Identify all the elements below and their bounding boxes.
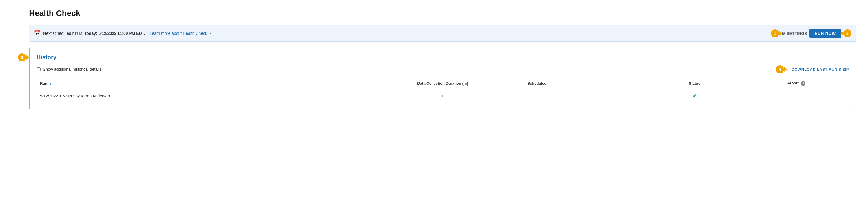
settings-label: SETTINGS [786,31,807,36]
callout-badge-2: 2 [843,29,851,37]
download-button[interactable]: ⇣ DOWNLOAD LAST RUN'S ZIP [786,67,849,71]
external-link-icon: ➚ [208,32,211,36]
calendar-icon: 📅 [34,30,40,36]
history-wrapper: 3 History Show additional historical det… [29,48,857,109]
learn-more-text: Learn more about Health Check [150,31,207,36]
show-details-checkbox-label[interactable]: Show additional historical details [36,67,101,71]
cell-scheduled [524,89,646,103]
info-bar-text: 📅 Next scheduled run is today: 5/12/2022… [34,30,211,36]
cell-run: 5/12/2022 1:57 PM by Karen Anderson [36,89,362,103]
run-now-button[interactable]: RUN NOW [809,29,841,38]
callout-badge-1: 1 [771,29,779,37]
cell-status: ✔ [646,89,743,103]
info-bar-prefix: Next scheduled run is [43,31,82,36]
cell-report [743,89,849,103]
download-label: DOWNLOAD LAST RUN'S ZIP [792,67,849,71]
col-label-report: Report [786,81,799,85]
history-controls: Show additional historical details 4 ⇣ D… [36,65,849,74]
col-header-report: Report ? [743,78,849,89]
history-section: History Show additional historical detai… [29,48,857,109]
show-details-checkbox[interactable] [36,67,40,71]
info-bar-bold: today: 5/12/2022 11:00 PM EDT. [85,31,145,36]
download-icon: ⇣ [786,67,790,71]
col-header-status: Status [646,78,743,89]
info-bar: 📅 Next scheduled run is today: 5/12/2022… [29,25,857,42]
col-label-duration: Data Collection Duration (m) [417,81,468,86]
learn-more-link[interactable]: Learn more about Health Check ➚ [150,31,211,36]
show-details-label: Show additional historical details [43,67,101,71]
col-label-run: Run [40,81,47,86]
page-title: Health Check [29,9,857,18]
main-content: Health Check 📅 Next scheduled run is tod… [18,0,868,203]
table-header: Run ↓ Data Collection Duration (m) Sched… [36,78,849,89]
gear-icon: ⚙ [781,31,785,36]
col-label-scheduled: Scheduled [527,81,547,86]
report-help-icon[interactable]: ? [801,81,805,86]
table-row: 5/12/2022 1:57 PM by Karen Anderson 1 ✔ [36,89,849,103]
col-header-duration: Data Collection Duration (m) [362,78,524,89]
callout-badge-3: 3 [18,53,26,61]
col-header-run: Run ↓ [36,78,362,89]
history-title: History [36,54,849,61]
info-bar-actions: 1 ⚙ SETTINGS RUN NOW 2 [771,29,851,38]
col-header-scheduled: Scheduled [524,78,646,89]
history-table: Run ↓ Data Collection Duration (m) Sched… [36,78,849,103]
table-body: 5/12/2022 1:57 PM by Karen Anderson 1 ✔ [36,89,849,103]
callout-3-wrapper: 3 [18,53,26,61]
cell-duration: 1 [362,89,524,103]
settings-button[interactable]: ⚙ SETTINGS [781,31,807,36]
download-wrapper: 4 ⇣ DOWNLOAD LAST RUN'S ZIP [776,65,849,74]
status-check-icon: ✔ [692,93,697,99]
left-sidebar [0,0,18,203]
col-label-status: Status [689,81,700,86]
table-header-row: Run ↓ Data Collection Duration (m) Sched… [36,78,849,89]
callout-badge-4: 4 [776,65,784,74]
sort-icon-run[interactable]: ↓ [50,81,52,86]
